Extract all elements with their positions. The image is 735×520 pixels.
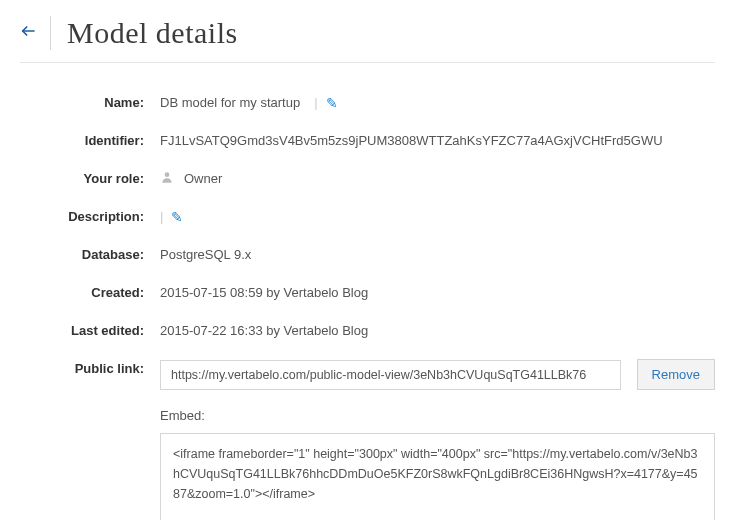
page-header: Model details: [20, 16, 715, 63]
label-identifier: Identifier:: [20, 131, 160, 151]
value-last-edited: 2015-07-22 16:33 by Vertabelo Blog: [160, 321, 368, 341]
value-role: Owner: [184, 169, 222, 189]
value-identifier: FJ1LvSATQ9Gmd3sV4Bv5m5zs9jPUM3808WTTZahK…: [160, 131, 663, 151]
row-last-edited: Last edited: 2015-07-22 16:33 by Vertabe…: [20, 321, 715, 341]
page-title: Model details: [50, 16, 238, 50]
label-description: Description:: [20, 207, 160, 227]
row-database: Database: PostgreSQL 9.x: [20, 245, 715, 265]
public-link-input[interactable]: [160, 360, 621, 390]
value-database: PostgreSQL 9.x: [160, 245, 251, 265]
remove-button[interactable]: Remove: [637, 359, 715, 390]
label-database: Database:: [20, 245, 160, 265]
details-list: Name: DB model for my startup | ✎ Identi…: [20, 93, 715, 520]
separator: |: [314, 93, 317, 113]
value-created: 2015-07-15 08:59 by Vertabelo Blog: [160, 283, 368, 303]
embed-code-box[interactable]: <iframe frameborder="1" height="300px" w…: [160, 433, 715, 520]
row-created: Created: 2015-07-15 08:59 by Vertabelo B…: [20, 283, 715, 303]
label-last-edited: Last edited:: [20, 321, 160, 341]
separator: |: [160, 207, 163, 227]
pencil-icon[interactable]: ✎: [326, 93, 338, 113]
person-icon: [160, 169, 174, 189]
row-identifier: Identifier: FJ1LvSATQ9Gmd3sV4Bv5m5zs9jPU…: [20, 131, 715, 151]
row-embed: Embed: <iframe frameborder="1" height="3…: [20, 408, 715, 520]
row-description: Description: | ✎: [20, 207, 715, 227]
label-created: Created:: [20, 283, 160, 303]
row-role: Your role: Owner: [20, 169, 715, 189]
row-public-link: Public link: Remove: [20, 359, 715, 390]
back-icon[interactable]: [20, 23, 36, 44]
row-name: Name: DB model for my startup | ✎: [20, 93, 715, 113]
label-public-link: Public link:: [20, 359, 160, 379]
svg-point-1: [165, 172, 170, 177]
pencil-icon[interactable]: ✎: [171, 207, 183, 227]
value-name: DB model for my startup: [160, 93, 300, 113]
label-embed: Embed:: [160, 408, 715, 423]
label-name: Name:: [20, 93, 160, 113]
label-role: Your role:: [20, 169, 160, 189]
